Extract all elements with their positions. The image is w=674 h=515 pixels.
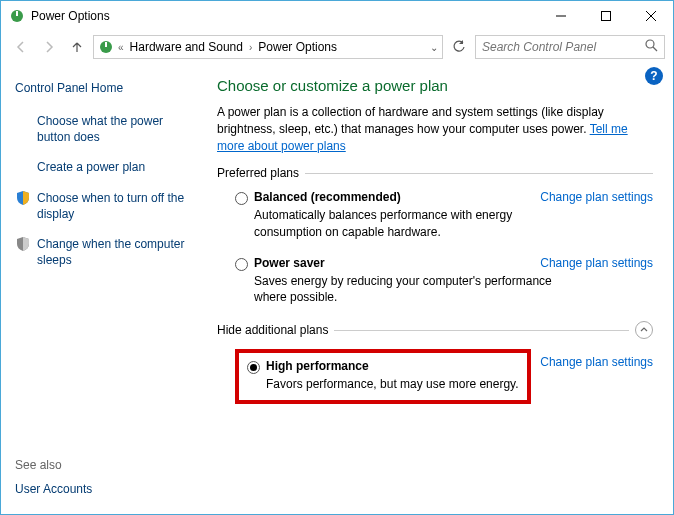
radio-high-performance[interactable] — [247, 361, 260, 374]
shield-icon — [15, 236, 31, 252]
sidebar-link-create-plan[interactable]: Create a power plan — [15, 159, 197, 175]
help-icon[interactable]: ? — [645, 67, 663, 85]
highlight-box: High performance Favors performance, but… — [235, 349, 531, 404]
plan-high-performance: High performance Favors performance, but… — [217, 349, 653, 404]
back-button[interactable] — [9, 35, 33, 59]
close-button[interactable] — [628, 1, 673, 31]
hide-additional-plans-label: Hide additional plans — [217, 323, 328, 337]
window-controls — [538, 1, 673, 31]
main-panel: ? Choose or customize a power plan A pow… — [211, 63, 673, 514]
navbar: « Hardware and Sound › Power Options ⌄ — [1, 31, 673, 63]
body-area: Control Panel Home Choose what the power… — [1, 63, 673, 514]
power-options-window: Power Options « Hardware and Sound › Pow… — [0, 0, 674, 515]
page-description: A power plan is a collection of hardware… — [217, 104, 653, 154]
svg-rect-1 — [16, 11, 18, 16]
search-icon[interactable] — [645, 39, 658, 55]
breadcrumb-item[interactable]: Power Options — [256, 40, 339, 54]
up-button[interactable] — [65, 35, 89, 59]
battery-icon — [98, 39, 114, 55]
titlebar: Power Options — [1, 1, 673, 31]
shield-icon — [15, 190, 31, 206]
plan-description: Favors performance, but may use more ene… — [266, 376, 519, 392]
change-plan-settings-link[interactable]: Change plan settings — [540, 256, 653, 270]
sidebar-link-display-off[interactable]: Choose when to turn off the display — [15, 190, 197, 222]
chevron-right-icon: « — [116, 42, 126, 53]
svg-rect-3 — [601, 12, 610, 21]
change-plan-settings-link[interactable]: Change plan settings — [540, 190, 653, 204]
divider — [334, 330, 629, 331]
svg-line-9 — [653, 47, 657, 51]
control-panel-home-link[interactable]: Control Panel Home — [15, 81, 197, 95]
hide-additional-plans-header[interactable]: Hide additional plans — [217, 321, 653, 339]
plan-name[interactable]: Power saver — [254, 256, 325, 270]
divider — [305, 173, 653, 174]
blank-icon — [15, 113, 31, 129]
radio-power-saver[interactable] — [235, 258, 248, 271]
preferred-plans-header: Preferred plans — [217, 166, 653, 180]
plan-description: Automatically balances performance with … — [254, 207, 554, 239]
forward-button[interactable] — [37, 35, 61, 59]
breadcrumb-item[interactable]: Hardware and Sound — [128, 40, 245, 54]
chevron-right-icon: › — [247, 42, 254, 53]
svg-point-8 — [646, 40, 654, 48]
preferred-plans-label: Preferred plans — [217, 166, 299, 180]
minimize-button[interactable] — [538, 1, 583, 31]
plan-name[interactable]: Balanced (recommended) — [254, 190, 401, 204]
breadcrumb-dropdown-icon[interactable]: ⌄ — [430, 42, 438, 53]
plan-name[interactable]: High performance — [266, 359, 369, 373]
sidebar: Control Panel Home Choose what the power… — [1, 63, 211, 514]
sidebar-link-sleep[interactable]: Change when the computer sleeps — [15, 236, 197, 268]
page-title: Choose or customize a power plan — [217, 77, 653, 94]
user-accounts-link[interactable]: User Accounts — [15, 482, 197, 496]
radio-balanced[interactable] — [235, 192, 248, 205]
search-box[interactable] — [475, 35, 665, 59]
search-input[interactable] — [482, 40, 645, 54]
window-title: Power Options — [31, 9, 538, 23]
svg-rect-7 — [105, 42, 107, 47]
maximize-button[interactable] — [583, 1, 628, 31]
change-plan-settings-link[interactable]: Change plan settings — [540, 355, 653, 369]
plan-description: Saves energy by reducing your computer's… — [254, 273, 554, 305]
refresh-button[interactable] — [447, 35, 471, 59]
collapse-icon[interactable] — [635, 321, 653, 339]
power-options-icon — [9, 8, 25, 24]
breadcrumb[interactable]: « Hardware and Sound › Power Options ⌄ — [93, 35, 443, 59]
see-also-label: See also — [15, 458, 197, 472]
blank-icon — [15, 159, 31, 175]
sidebar-link-power-button[interactable]: Choose what the power button does — [15, 113, 197, 145]
plan-balanced: Balanced (recommended) Automatically bal… — [217, 190, 653, 239]
plan-power-saver: Power saver Saves energy by reducing you… — [217, 256, 653, 305]
